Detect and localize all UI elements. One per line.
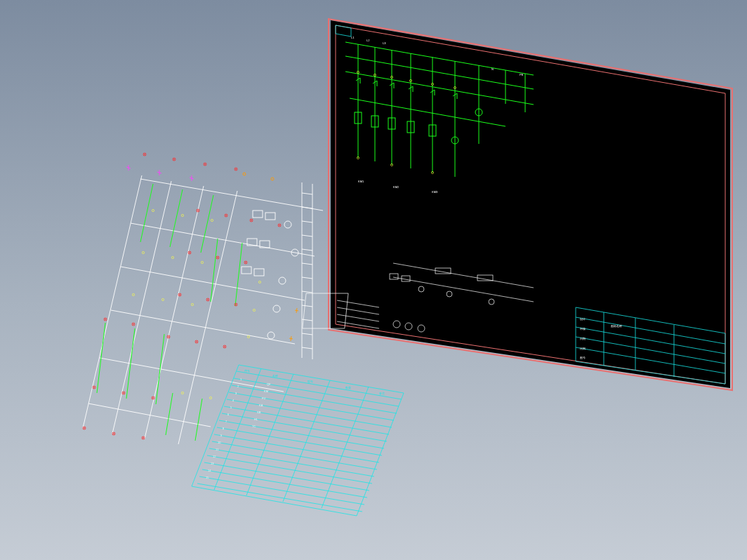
svg-text:KM1: KM1 [358,180,364,183]
svg-text:HL: HL [254,418,258,421]
svg-text:N: N [491,67,494,71]
svg-text:图纸名称: 图纸名称 [611,324,622,328]
svg-text:1: 1 [240,378,242,381]
svg-text:比例: 比例 [580,347,586,350]
svg-text:QF: QF [267,382,271,386]
svg-text:10: 10 [218,441,221,444]
svg-text:L1: L1 [351,36,355,39]
svg-text:日期: 日期 [580,337,586,340]
svg-text:KM2: KM2 [393,185,399,189]
svg-point-43 [267,332,275,339]
svg-text:12: 12 [213,455,216,458]
svg-text:3: 3 [235,392,237,395]
svg-text:KA: KA [259,404,263,407]
svg-point-44 [243,173,246,175]
svg-text:型号: 型号 [308,380,313,383]
svg-text:9: 9 [220,434,223,437]
svg-text:SB: SB [257,411,261,414]
svg-text:名称: 名称 [272,374,278,378]
svg-text:11: 11 [216,448,219,451]
svg-text:KM: KM [264,389,268,393]
svg-text:序号: 序号 [244,369,250,373]
svg-text:审核: 审核 [580,327,586,331]
svg-text:备注: 备注 [379,392,385,395]
svg-point-39 [284,221,291,228]
svg-text:TC: TC [252,425,256,428]
svg-rect-37 [242,267,251,274]
svg-point-41 [279,277,286,284]
svg-point-45 [271,178,274,180]
svg-text:15: 15 [206,476,209,479]
cad-3d-viewport[interactable]: L1L2L3 NPE KM1KM2KM3 图纸名称 设计 审核 日期 比例 图号… [0,0,747,560]
svg-text:L3: L3 [383,41,386,45]
svg-text:数量: 数量 [345,386,351,389]
svg-text:L2: L2 [366,39,370,42]
svg-text:KM3: KM3 [432,190,438,194]
svg-text:14: 14 [208,469,211,472]
svg-text:FU: FU [262,396,265,400]
svg-rect-33 [253,211,263,218]
sheet-main: L1L2L3 NPE KM1KM2KM3 图纸名称 设计 审核 日期 比例 图号 [329,19,732,390]
cad-drawing-canvas: L1L2L3 NPE KM1KM2KM3 图纸名称 设计 审核 日期 比例 图号… [0,0,747,560]
svg-rect-38 [254,269,264,276]
svg-text:PE: PE [520,73,524,76]
svg-text:图号: 图号 [580,356,586,359]
svg-text:7: 7 [225,420,227,423]
svg-point-42 [273,305,280,312]
svg-rect-34 [265,213,275,220]
markers-yellow-2 [132,209,260,399]
svg-text:设计: 设计 [580,317,586,321]
svg-text:5: 5 [230,406,232,409]
parts-table [192,365,404,516]
svg-text:13: 13 [211,462,214,465]
